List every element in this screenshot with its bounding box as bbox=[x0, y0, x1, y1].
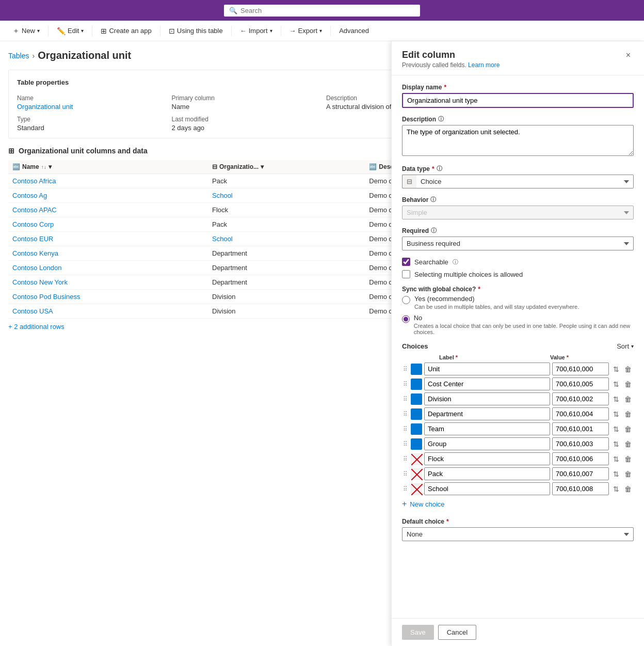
drag-handle-icon[interactable]: ⠿ bbox=[402, 485, 409, 493]
default-choice-select[interactable]: None bbox=[402, 527, 634, 541]
choice-color-button[interactable] bbox=[411, 364, 422, 375]
drag-handle-icon[interactable]: ⠿ bbox=[402, 426, 409, 433]
choice-value-input[interactable] bbox=[552, 392, 609, 405]
choice-delete-button[interactable]: 🗑 bbox=[622, 439, 634, 449]
cell-name[interactable]: Contoso London bbox=[8, 261, 208, 275]
drag-handle-icon[interactable]: ⠿ bbox=[402, 411, 409, 418]
new-button[interactable]: ＋ New ▾ bbox=[8, 24, 44, 38]
cell-name[interactable]: Contoso New York bbox=[8, 275, 208, 290]
behavior-select[interactable]: Simple bbox=[402, 206, 634, 219]
choice-reorder-button[interactable]: ⇅ bbox=[611, 409, 621, 419]
choice-color-button[interactable] bbox=[411, 483, 422, 495]
learn-more-link[interactable]: Learn more bbox=[468, 61, 500, 69]
choice-color-button[interactable] bbox=[411, 408, 422, 420]
import-button[interactable]: ← Import ▾ bbox=[236, 25, 277, 37]
choice-delete-button[interactable]: 🗑 bbox=[622, 409, 634, 419]
drag-handle-icon[interactable]: ⠿ bbox=[402, 455, 409, 463]
choice-value-input[interactable] bbox=[552, 377, 609, 390]
choice-color-button[interactable] bbox=[411, 423, 422, 435]
multiple-choices-label[interactable]: Selecting multiple choices is allowed bbox=[414, 271, 523, 278]
choice-reorder-button[interactable]: ⇅ bbox=[611, 394, 621, 404]
behavior-info-icon[interactable]: ⓘ bbox=[430, 196, 436, 203]
choice-delete-button[interactable]: 🗑 bbox=[622, 364, 634, 374]
choice-delete-button[interactable]: 🗑 bbox=[622, 424, 634, 434]
search-input[interactable] bbox=[240, 7, 415, 14]
sync-yes-radio[interactable] bbox=[402, 296, 410, 304]
choice-label-input[interactable] bbox=[424, 452, 550, 465]
choice-label-input[interactable] bbox=[424, 437, 550, 450]
choice-value-input[interactable] bbox=[552, 467, 609, 480]
choice-value-input[interactable] bbox=[552, 422, 609, 435]
choice-value-input[interactable] bbox=[552, 363, 609, 375]
choice-label-input[interactable] bbox=[424, 482, 550, 495]
using-table-button[interactable]: ⊡ Using this table bbox=[165, 25, 227, 37]
choice-delete-button[interactable]: 🗑 bbox=[622, 469, 634, 479]
required-info-icon[interactable]: ⓘ bbox=[431, 227, 437, 234]
choice-delete-button[interactable]: 🗑 bbox=[622, 394, 634, 404]
drag-handle-icon[interactable]: ⠿ bbox=[402, 396, 409, 403]
drag-handle-icon[interactable]: ⠿ bbox=[402, 381, 409, 388]
choice-color-button[interactable] bbox=[411, 468, 422, 480]
choice-reorder-button[interactable]: ⇅ bbox=[611, 454, 621, 464]
search-box[interactable]: 🔍 bbox=[224, 5, 420, 17]
choice-label-input[interactable] bbox=[424, 407, 550, 420]
save-button[interactable]: Save bbox=[402, 625, 434, 640]
advanced-button[interactable]: Advanced bbox=[335, 25, 373, 37]
cell-name[interactable]: Contoso EUR bbox=[8, 232, 208, 246]
cell-name[interactable]: Contoso Corp bbox=[8, 217, 208, 232]
choice-reorder-button[interactable]: ⇅ bbox=[611, 484, 621, 494]
cell-name[interactable]: Contoso APAC bbox=[8, 203, 208, 217]
col-name[interactable]: 🔤 Name ↑↓ ▾ bbox=[8, 160, 208, 174]
export-button[interactable]: → Export ▾ bbox=[285, 25, 327, 37]
choice-label-input[interactable] bbox=[424, 363, 550, 375]
drag-handle-icon[interactable]: ⠿ bbox=[402, 470, 409, 478]
choice-reorder-button[interactable]: ⇅ bbox=[611, 379, 621, 389]
choice-label-input[interactable] bbox=[424, 392, 550, 405]
choice-color-button[interactable] bbox=[411, 438, 422, 450]
choice-reorder-button[interactable]: ⇅ bbox=[611, 424, 621, 434]
description-textarea[interactable] bbox=[402, 125, 634, 156]
create-app-button[interactable]: ⊞ Create an app bbox=[96, 25, 155, 37]
choice-value-input[interactable] bbox=[552, 482, 609, 495]
cell-name[interactable]: Contoso Ag bbox=[8, 188, 208, 203]
choice-value-input[interactable] bbox=[552, 452, 609, 465]
choice-delete-button[interactable]: 🗑 bbox=[622, 379, 634, 389]
data-type-select[interactable]: Choice bbox=[416, 175, 634, 188]
cell-name[interactable]: Contoso Kenya bbox=[8, 246, 208, 261]
searchable-checkbox[interactable] bbox=[402, 258, 410, 266]
drag-handle-icon[interactable]: ⠿ bbox=[402, 440, 409, 448]
display-name-input[interactable] bbox=[402, 93, 634, 108]
choice-reorder-button[interactable]: ⇅ bbox=[611, 364, 621, 374]
choice-value-input[interactable] bbox=[552, 407, 609, 420]
data-type-info-icon[interactable]: ⓘ bbox=[437, 165, 442, 172]
col-orgtype[interactable]: ⊟ Organizatio... ▾ bbox=[208, 160, 365, 174]
sync-no-radio[interactable] bbox=[402, 315, 410, 323]
searchable-label[interactable]: Searchable bbox=[414, 258, 448, 266]
edit-button[interactable]: ✏️ Edit ▾ bbox=[53, 25, 88, 37]
close-button[interactable]: × bbox=[623, 50, 634, 61]
choice-reorder-button[interactable]: ⇅ bbox=[611, 469, 621, 479]
choice-color-button[interactable] bbox=[411, 379, 422, 390]
name-value[interactable]: Organizational unit bbox=[17, 103, 168, 111]
choice-delete-button[interactable]: 🗑 bbox=[622, 484, 634, 494]
choice-label-input[interactable] bbox=[424, 467, 550, 480]
choice-value-input[interactable] bbox=[552, 437, 609, 450]
cancel-button[interactable]: Cancel bbox=[438, 625, 476, 640]
breadcrumb-parent[interactable]: Tables bbox=[8, 52, 29, 60]
choice-reorder-button[interactable]: ⇅ bbox=[611, 439, 621, 449]
choice-label-input[interactable] bbox=[424, 422, 550, 435]
cell-name[interactable]: Contoso Africa bbox=[8, 174, 208, 188]
choice-delete-button[interactable]: 🗑 bbox=[622, 454, 634, 464]
choice-color-button[interactable] bbox=[411, 453, 422, 465]
cell-name[interactable]: Contoso Pod Business bbox=[8, 290, 208, 304]
searchable-info-icon[interactable]: ⓘ bbox=[453, 258, 458, 266]
required-select[interactable]: Business required bbox=[402, 237, 634, 250]
new-choice-button[interactable]: + New choice bbox=[402, 497, 445, 511]
drag-handle-icon[interactable]: ⠿ bbox=[402, 366, 409, 373]
choice-label-input[interactable] bbox=[424, 377, 550, 390]
description-info-icon[interactable]: ⓘ bbox=[438, 115, 444, 123]
sort-button[interactable]: Sort ▾ bbox=[617, 342, 634, 350]
multiple-choices-checkbox[interactable] bbox=[402, 270, 410, 278]
cell-name[interactable]: Contoso USA bbox=[8, 304, 208, 319]
choice-color-button[interactable] bbox=[411, 393, 422, 405]
